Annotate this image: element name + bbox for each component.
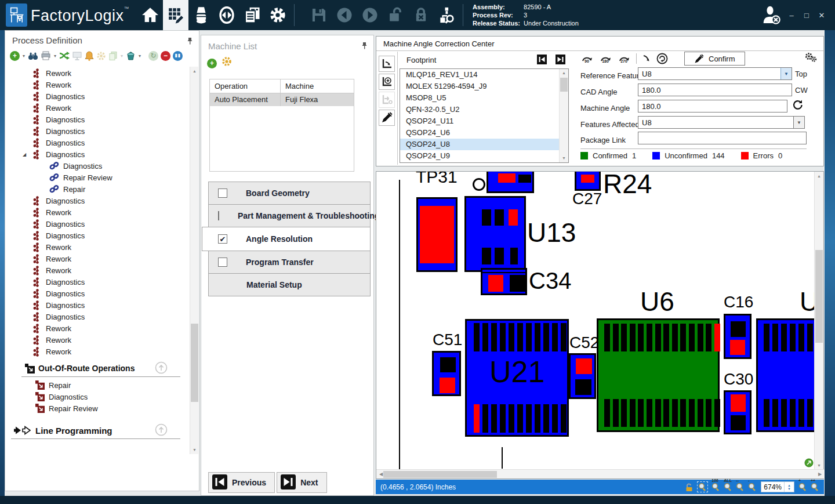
viewer-horizontal-scrollbar[interactable]: ◀ ▶ bbox=[376, 469, 825, 478]
machine-angle-input[interactable]: 180.0 bbox=[638, 100, 787, 113]
tree-item-operation[interactable]: Diagnostics bbox=[5, 299, 188, 311]
wizard-step[interactable]: Material Setup bbox=[208, 273, 371, 296]
zoom-out-fast-icon[interactable]: -- bbox=[736, 483, 745, 491]
out-of-route-item[interactable]: Repair bbox=[5, 379, 188, 391]
settings-gear-icon[interactable] bbox=[265, 0, 291, 30]
wizard-step[interactable]: ✔Angle Resolution bbox=[202, 227, 371, 251]
production-icon[interactable] bbox=[214, 0, 239, 30]
tree-item-operation[interactable]: Rework bbox=[5, 79, 188, 90]
scroll-down-icon[interactable]: ▼ bbox=[560, 154, 568, 162]
pcb-component-u6[interactable] bbox=[597, 318, 720, 432]
footprint-list[interactable]: MLQP16_REV1_U14MOLEX 51296-4594_J9MSOP8_… bbox=[400, 68, 569, 163]
collapse-up-icon[interactable] bbox=[155, 423, 168, 438]
home-icon[interactable] bbox=[137, 0, 163, 30]
rotate-feature-icon[interactable] bbox=[379, 56, 395, 72]
scroll-up-icon[interactable]: ▲ bbox=[815, 172, 823, 180]
wizard-step[interactable]: Program Transfer bbox=[208, 251, 371, 274]
tree-scrollbar[interactable]: ▲ ▼ bbox=[190, 67, 198, 454]
footprint-item[interactable]: MOLEX 51296-4594_J9 bbox=[400, 81, 568, 92]
pcb-canvas[interactable]: TP31 bbox=[376, 172, 815, 470]
zoom-out-icon[interactable]: - bbox=[748, 483, 757, 491]
tree-item-operation[interactable]: Diagnostics bbox=[5, 218, 188, 230]
first-footprint-icon[interactable] bbox=[537, 55, 547, 64]
tree-item-operation[interactable]: Rework bbox=[5, 334, 188, 346]
cycle-rotation-icon[interactable] bbox=[656, 53, 668, 64]
pcb-component-u13[interactable] bbox=[464, 196, 526, 272]
feeder-icon[interactable] bbox=[188, 0, 214, 30]
refresh-angle-icon[interactable] bbox=[792, 99, 803, 112]
line-programming-header[interactable]: Line Programming bbox=[5, 423, 188, 437]
tree-item-operation[interactable]: Rework bbox=[5, 346, 188, 357]
tree-item-operation[interactable]: Rework bbox=[5, 322, 188, 334]
add-rotation-icon[interactable] bbox=[379, 74, 395, 90]
delete-dropdown-icon[interactable]: ▾ bbox=[139, 53, 141, 59]
pcb-component-top[interactable] bbox=[487, 172, 534, 193]
wizard-step[interactable]: Part Management & Troubleshooting bbox=[208, 204, 371, 227]
zoom-lock-icon[interactable] bbox=[685, 483, 694, 492]
footprint-item[interactable]: MSOP8_U5 bbox=[400, 92, 568, 104]
tree-item-link[interactable]: Repair bbox=[5, 183, 188, 195]
scroll-up-icon[interactable]: ▲ bbox=[190, 67, 199, 75]
footprint-item[interactable]: MLQP16_REV1_U14 bbox=[400, 69, 568, 81]
tree-item-operation[interactable]: Diagnostics bbox=[5, 125, 188, 137]
add-dropdown-icon[interactable]: ▾ bbox=[23, 53, 25, 59]
previous-button[interactable]: Previous bbox=[208, 472, 275, 493]
rotate-90-icon[interactable]: 90 bbox=[580, 55, 593, 63]
audit-search-icon[interactable] bbox=[434, 0, 459, 30]
scrollbar-thumb[interactable] bbox=[383, 471, 497, 478]
pcb-component-c52[interactable] bbox=[569, 353, 596, 399]
tree-item-operation[interactable]: Diagnostics bbox=[5, 311, 188, 322]
rotate-270-icon[interactable]: 270 bbox=[618, 55, 630, 63]
pin-icon[interactable] bbox=[187, 37, 193, 47]
wizard-step[interactable]: Board Geometry bbox=[208, 182, 371, 205]
out-of-route-item[interactable]: Repair Review bbox=[5, 403, 188, 414]
next-button[interactable]: Next bbox=[277, 472, 326, 493]
confirm-button[interactable]: Confirm bbox=[684, 52, 745, 66]
step-checkbox[interactable]: ✔ bbox=[218, 234, 227, 244]
pcb-component-c34[interactable] bbox=[481, 268, 527, 295]
step-checkbox[interactable] bbox=[218, 211, 219, 220]
zoom-in-fast-icon[interactable]: ++ bbox=[811, 483, 819, 491]
scroll-down-icon[interactable]: ▼ bbox=[190, 445, 199, 454]
print-dropdown-icon[interactable]: ▾ bbox=[54, 53, 56, 59]
zoom-in-icon[interactable]: + bbox=[798, 483, 807, 491]
zoom-level-spinner[interactable]: 674%▲▼ bbox=[761, 481, 794, 492]
zoom-100-icon[interactable]: 100 bbox=[711, 483, 720, 491]
collapse-up-icon[interactable] bbox=[155, 361, 168, 376]
documents-icon[interactable] bbox=[239, 0, 265, 30]
tree-item-operation[interactable]: Rework bbox=[5, 241, 188, 253]
tree-item-operation[interactable]: Rework bbox=[5, 67, 188, 79]
settings-gears-icon[interactable] bbox=[804, 52, 818, 66]
cad-angle-input[interactable]: 180.0 bbox=[638, 84, 792, 96]
tree-item-operation[interactable]: Diagnostics bbox=[5, 90, 188, 102]
chevron-down-icon[interactable]: ▼ bbox=[793, 117, 804, 128]
column-header[interactable]: Operation bbox=[210, 79, 281, 93]
table-row[interactable]: Auto Placement Fuji Flexa bbox=[210, 93, 354, 106]
machine-settings-icon[interactable] bbox=[222, 56, 232, 69]
tree-item-operation[interactable]: Rework bbox=[5, 264, 188, 276]
tree-item-operation[interactable]: Rework bbox=[5, 102, 188, 114]
pin-icon[interactable] bbox=[361, 41, 368, 52]
tree-item-operation[interactable]: Diagnostics bbox=[5, 195, 188, 206]
tree-item-operation[interactable]: Diagnostics bbox=[5, 114, 188, 125]
tree-item-operation[interactable]: Rework bbox=[5, 206, 188, 218]
next-footprint-icon[interactable] bbox=[556, 55, 565, 64]
footprint-item[interactable]: QSOP24_U6 bbox=[400, 127, 568, 139]
scroll-down-icon[interactable]: ▼ bbox=[815, 461, 823, 470]
add-icon[interactable]: + bbox=[207, 57, 217, 68]
pcb-component-tp31[interactable] bbox=[416, 197, 458, 272]
tree-item-operation[interactable]: ◢Diagnostics bbox=[5, 148, 188, 160]
features-affected-select[interactable]: U8▼ bbox=[638, 116, 805, 129]
pcb-component-u21[interactable]: U21 bbox=[465, 319, 569, 437]
tree-item-link[interactable]: Diagnostics bbox=[5, 160, 188, 172]
pcb-component-c30[interactable] bbox=[724, 390, 752, 434]
process-definition-icon[interactable] bbox=[163, 0, 188, 30]
minimize-button[interactable]: – bbox=[784, 11, 799, 20]
out-of-route-item[interactable]: Diagnostics bbox=[5, 391, 188, 403]
pcb-component-u-right[interactable] bbox=[756, 318, 815, 432]
reference-feature-select[interactable]: U8▼ bbox=[638, 67, 792, 80]
scrollbar-thumb[interactable] bbox=[560, 78, 568, 92]
spinner-arrows-icon[interactable]: ▲▼ bbox=[784, 482, 794, 492]
column-header[interactable]: Machine bbox=[281, 79, 354, 93]
out-of-route-header[interactable]: Out-Of-Route Operations bbox=[5, 361, 188, 375]
